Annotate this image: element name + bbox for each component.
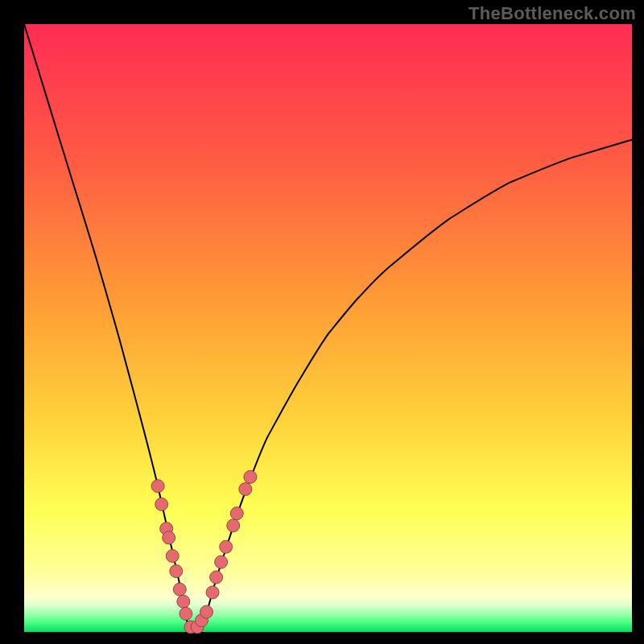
data-point xyxy=(177,595,190,608)
data-point xyxy=(155,497,168,510)
data-point xyxy=(244,470,257,483)
watermark-label: TheBottleneck.com xyxy=(469,3,636,24)
chart-svg xyxy=(24,24,632,632)
data-point xyxy=(227,519,240,532)
data-point xyxy=(166,550,179,563)
data-point xyxy=(180,607,192,620)
data-point xyxy=(200,605,213,618)
data-point xyxy=(239,483,252,496)
bottleneck-curve xyxy=(24,24,632,632)
data-point xyxy=(230,507,243,520)
data-point xyxy=(220,540,233,553)
data-point xyxy=(206,586,219,599)
data-points xyxy=(151,470,257,633)
data-point xyxy=(215,555,228,568)
data-point xyxy=(170,565,183,578)
plot-area xyxy=(24,24,632,632)
chart-frame: TheBottleneck.com xyxy=(0,0,644,644)
data-point xyxy=(210,571,223,584)
data-point xyxy=(151,480,164,493)
data-point xyxy=(163,531,175,544)
data-point xyxy=(173,583,186,596)
